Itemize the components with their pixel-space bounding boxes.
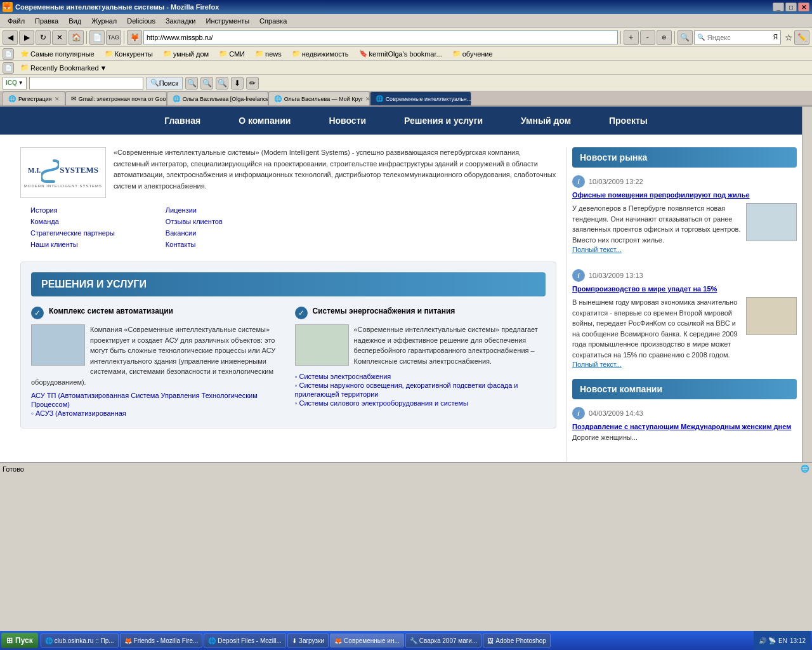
news-item-1: i 10/03/2009 13:22 Офисные помещения пре…: [572, 175, 797, 254]
zoom-button1[interactable]: 🔍: [185, 77, 198, 90]
tab-olga2[interactable]: 🌐 Ольга Васильева — Мой Круг ✕: [268, 91, 370, 105]
bm-smi[interactable]: 📁СМИ: [215, 49, 249, 58]
links-left: История Команда Стратегические партнеры …: [30, 206, 115, 251]
bookmark-icon[interactable]: 📄: [89, 30, 105, 45]
sol2-link3[interactable]: ◦ Системы силового электрооборудования и…: [295, 399, 468, 407]
sol1-link1[interactable]: АСУ ТП (Автоматизированная Система Управ…: [31, 392, 258, 408]
tab-olga1[interactable]: 🌐 Ольга Васильева [Olga-freelancer] - ..…: [167, 91, 268, 105]
solution1-title: Комплекс систем автоматизации: [49, 307, 173, 315]
bm-recently[interactable]: 📁 Recently Bookmarked ▼: [16, 63, 111, 72]
toolbar-separator2: [124, 31, 124, 44]
window-titlebar: 🦊 Современные интеллектуальные системы -…: [0, 0, 812, 14]
bm-popular[interactable]: ⭐Самые популярные: [16, 49, 98, 58]
menu-edit[interactable]: Правка: [30, 16, 63, 26]
forward-button[interactable]: ▶: [19, 30, 34, 45]
reload-button[interactable]: ↻: [36, 30, 51, 45]
sol2-link2[interactable]: ◦ Системы наружного освещения, декоратив…: [295, 381, 518, 398]
tab-close-reg[interactable]: ✕: [55, 96, 60, 102]
tag-button[interactable]: TAG: [106, 30, 121, 45]
news-comp1-text: Дорогие женщины...: [572, 434, 797, 441]
menu-help[interactable]: Справка: [254, 16, 292, 26]
bm-kermit[interactable]: 🔖kermitOlga's bookmar...: [355, 49, 446, 58]
menu-file[interactable]: Файл: [3, 16, 30, 26]
back-button[interactable]: ◀: [3, 30, 18, 45]
firefox-icon: 🦊: [3, 2, 13, 12]
home-button[interactable]: 🏠: [69, 30, 84, 45]
zoom-out-button[interactable]: -: [640, 30, 655, 45]
tabs-bar: 🌐 Регистрация ✕ ✉ Gmail: электронная поч…: [0, 91, 812, 107]
bm-smart-home[interactable]: 📁умный дом: [159, 49, 213, 58]
bookmarks-icon2[interactable]: 📄: [3, 62, 14, 74]
link-licenses[interactable]: Лицензии: [166, 206, 197, 214]
nav-smarthouse[interactable]: Умный дом: [502, 108, 590, 133]
news2-more-link[interactable]: Полный текст...: [572, 361, 622, 368]
solution1-content: Компания «Современные интеллектуальные с…: [31, 324, 282, 387]
star-button[interactable]: ☆: [785, 32, 793, 43]
menu-history[interactable]: Журнал: [86, 16, 122, 26]
stop-button[interactable]: ✕: [52, 30, 67, 45]
bookmarks-bar: 📄 ⭐Самые популярные 📁Конкуренты 📁умный д…: [0, 47, 812, 61]
tab-misspb[interactable]: 🌐 Современные интеллектуальн... ✕: [370, 91, 471, 105]
nav-home[interactable]: Главная: [145, 108, 219, 133]
spacer1: [0, 135, 812, 147]
news-comp1-title[interactable]: Поздравление с наступающим Международным…: [572, 423, 791, 430]
tab-registration[interactable]: 🌐 Регистрация ✕: [3, 91, 65, 105]
nav-projects[interactable]: Проекты: [590, 108, 667, 133]
nav-news[interactable]: Новости: [310, 108, 385, 133]
news1-title[interactable]: Офисные помещения препрофилируют под жил…: [572, 191, 750, 199]
zoom-button3[interactable]: 🔍: [216, 77, 228, 90]
news2-title[interactable]: Промпроизводство в мире упадет на 15%: [572, 285, 717, 293]
zoom-button2[interactable]: 🔍: [200, 77, 213, 90]
menu-bookmarks[interactable]: Закладки: [160, 16, 201, 26]
search-label: 🔍: [695, 34, 707, 41]
close-button[interactable]: ✕: [798, 3, 809, 11]
link-partners[interactable]: Стратегические партнеры: [30, 229, 115, 237]
firefox-icon-btn[interactable]: 🦊: [127, 30, 142, 45]
minimize-button[interactable]: _: [773, 3, 784, 11]
nav-about[interactable]: О компании: [219, 108, 310, 133]
link-history[interactable]: История: [30, 206, 58, 214]
bm-realty[interactable]: 📁недвижимость: [288, 49, 353, 58]
tab-close-olga2[interactable]: ✕: [365, 96, 369, 102]
solution1-image: [31, 324, 85, 366]
search-input[interactable]: [707, 34, 771, 41]
link-team[interactable]: Команда: [30, 218, 59, 225]
link-contacts[interactable]: Контакты: [166, 241, 196, 248]
news1-body: У девелоперов в Петербурге появляется но…: [572, 203, 797, 245]
sol1-link2[interactable]: ◦ АСУЗ (Автоматизированная: [31, 409, 126, 417]
zoom-in-button[interactable]: +: [624, 30, 639, 45]
solution-automation: ✓ Комплекс систем автоматизации Компания…: [31, 307, 282, 418]
link-vacancies[interactable]: Вакансии: [166, 229, 197, 237]
tab-favicon-misspb: 🌐: [376, 95, 383, 103]
news2-thumbnail: [746, 297, 797, 335]
scrollbar[interactable]: [802, 107, 812, 462]
tab-gmail[interactable]: ✉ Gmail: электронная почта от Google ✕: [65, 91, 167, 105]
bookmarks-icon[interactable]: 📄: [3, 48, 14, 60]
search-engine-logo: Я: [771, 34, 780, 41]
address-bar[interactable]: [143, 30, 618, 44]
icq-search-input[interactable]: [29, 77, 143, 90]
bm-news[interactable]: 📁news: [251, 49, 285, 58]
maximize-button[interactable]: □: [785, 3, 797, 11]
nav-solutions[interactable]: Решения и услуги: [385, 108, 502, 133]
link-reviews[interactable]: Отзывы клиентов: [166, 218, 223, 225]
news1-more-link[interactable]: Полный текст...: [572, 246, 622, 253]
links-right: Лицензии Отзывы клиентов Вакансии Контак…: [166, 206, 223, 251]
bm-study[interactable]: 📁обучение: [449, 49, 497, 58]
icq-dropdown[interactable]: ▼: [18, 80, 23, 86]
menu-tools[interactable]: Инструменты: [201, 16, 255, 26]
logo-systems-text: SYSTEMS: [60, 165, 98, 175]
bm-competitors[interactable]: 📁Конкуренты: [101, 49, 157, 58]
download-button[interactable]: ⬇: [231, 77, 244, 90]
addon-button[interactable]: ✏️: [794, 30, 809, 45]
pen-button[interactable]: ✏: [246, 77, 259, 90]
zoom-reset-button[interactable]: ⊕: [657, 30, 672, 45]
link-clients[interactable]: Наши клиенты: [30, 241, 78, 248]
sol2-link1[interactable]: ◦ Системы электроснабжения: [295, 373, 391, 380]
icq-search-button[interactable]: 🔍Поиск: [146, 77, 183, 90]
window-controls[interactable]: _ □ ✕: [773, 3, 809, 11]
menu-delicious[interactable]: Delicious: [122, 16, 160, 26]
menu-view[interactable]: Вид: [63, 16, 86, 26]
search-icon[interactable]: 🔍: [678, 30, 693, 45]
news1-meta: i 10/03/2009 13:22: [572, 175, 797, 188]
